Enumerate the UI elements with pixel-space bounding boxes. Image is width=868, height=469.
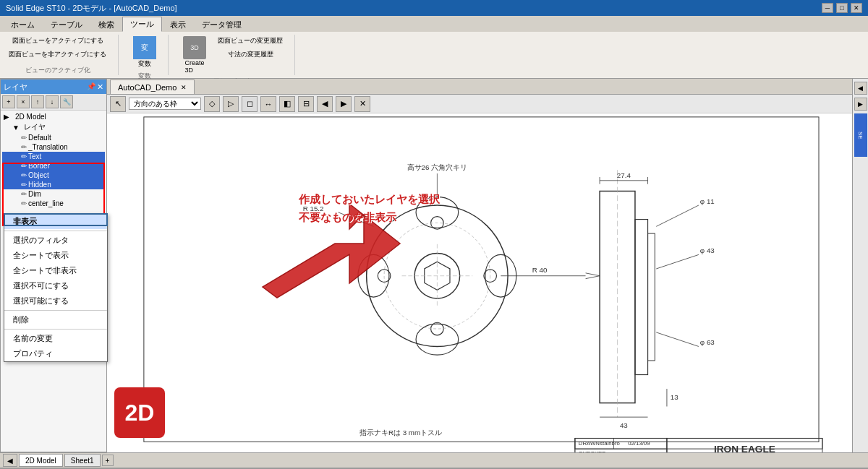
svg-text:φ 63: φ 63 — [700, 338, 715, 346]
bottom-area: ◀ 2D Model Sheet1 + i プロンプトバー 選択したレイヤの要素… — [0, 452, 868, 469]
canvas-area: AutoCAD_Demo ✕ ↖ 方向のある枠 ◇ ▷ ◻ ↔ ◧ ⊟ ◀ ▶ … — [107, 79, 852, 452]
tree-item-centerline[interactable]: ✏ center_line — [2, 199, 105, 208]
tree-item-text[interactable]: ✏ Text — [2, 152, 105, 161]
canvas-tab-autocad[interactable]: AutoCAD_Demo ✕ — [110, 79, 195, 94]
sheet-add-btn[interactable]: + — [102, 455, 114, 466]
view-history-btn[interactable]: 図面ビューの変更履歴 — [215, 35, 286, 47]
tree-item-translation[interactable]: ✏ _Translation — [2, 142, 105, 152]
layers-close-icon[interactable]: ✕ — [97, 82, 103, 92]
tool-btn-2[interactable]: ▷ — [223, 96, 239, 112]
canvas-tabs: AutoCAD_Demo ✕ — [107, 79, 852, 95]
cursor-tool-btn[interactable]: ↖ — [110, 96, 126, 112]
right-sidebar: ◀ ▶ SE — [852, 79, 868, 452]
tab-data-management[interactable]: データ管理 — [194, 17, 250, 32]
tool-btn-3[interactable]: ◻ — [242, 96, 258, 112]
svg-line-31 — [656, 332, 699, 347]
right-tool-2[interactable]: ▶ — [854, 98, 867, 111]
layer-up-btn[interactable]: ↑ — [31, 95, 44, 108]
layer-delete-btn[interactable]: × — [17, 95, 30, 108]
svg-text:R 40: R 40 — [532, 266, 548, 274]
layers-toolbar: + × ↑ ↓ 🔧 — [1, 94, 106, 111]
tool-btn-6[interactable]: ⊟ — [298, 96, 314, 112]
deactivate-view-btn[interactable]: 図面ビューを非アクティブにする — [6, 48, 109, 61]
svg-rect-0 — [144, 117, 819, 442]
canvas-toolbar: ↖ 方向のある枠 ◇ ▷ ◻ ↔ ◧ ⊟ ◀ ▶ ✕ — [107, 95, 852, 113]
svg-text:27.4: 27.4 — [617, 171, 631, 179]
layer-properties-btn[interactable]: 🔧 — [60, 95, 73, 108]
svg-point-8 — [416, 197, 459, 228]
layers-panel: レイヤ 📌 ✕ + × ↑ ↓ 🔧 ▶ 2D Model ▼ レイヤ — [0, 79, 107, 452]
layers-panel-title: レイヤ — [4, 82, 27, 92]
ribbon-group-view-activate: 図面ビューをアクティブにする 図面ビューを非アクティブにする ビューのアクティブ… — [6, 35, 119, 75]
direction-select[interactable]: 方向のある枠 — [129, 98, 201, 110]
svg-rect-16 — [635, 220, 648, 375]
menu-item-delete[interactable]: 削除 — [4, 312, 107, 327]
menu-item-make-selectable[interactable]: 選択可能にする — [4, 293, 107, 309]
layers-panel-header: レイヤ 📌 ✕ — [1, 79, 106, 94]
layer-down-btn[interactable]: ↓ — [46, 95, 59, 108]
menu-separator-3 — [4, 329, 107, 330]
ribbon-tabs: ホーム テーブル 検索 ツール 表示 データ管理 — [0, 16, 868, 32]
tool-btn-4[interactable]: ↔ — [260, 96, 276, 112]
svg-text:13: 13 — [671, 393, 678, 401]
sheet-left-btn[interactable]: ◀ — [3, 454, 17, 467]
menu-item-make-unselectable[interactable]: 選択不可にする — [4, 278, 107, 293]
svg-text:IRON EAGLE: IRON EAGLE — [714, 444, 775, 452]
ribbon-group-assistant: 3D Create3D 図面ビューの変更履歴 寸法の変更履歴 アシスタント — [180, 35, 295, 75]
bottom-tabs: ◀ 2D Model Sheet1 + — [0, 452, 868, 468]
tool-btn-1[interactable]: ◇ — [204, 96, 220, 112]
svg-line-25 — [586, 276, 600, 279]
layer-new-btn[interactable]: + — [2, 95, 15, 108]
tree-item-object[interactable]: ✏ Object — [2, 171, 105, 180]
svg-text:43: 43 — [620, 421, 628, 429]
tool-close-btn[interactable]: ✕ — [354, 96, 370, 112]
drawing-canvas[interactable]: 27.4 R 40 φ 11 φ 43 φ 63 — [107, 113, 852, 452]
create-3d-btn[interactable]: 3D Create3D — [180, 35, 209, 75]
svg-point-10 — [358, 254, 389, 297]
minimize-button[interactable]: ─ — [822, 3, 833, 13]
restore-button[interactable]: □ — [836, 3, 848, 13]
tool-btn-5[interactable]: ◧ — [279, 96, 295, 112]
tab-home[interactable]: ホーム — [3, 17, 43, 32]
title-bar-controls: ─ □ ✕ — [822, 3, 862, 13]
tool-prev-btn[interactable]: ◀ — [317, 96, 333, 112]
close-button[interactable]: ✕ — [851, 3, 862, 13]
svg-line-29 — [656, 254, 699, 269]
svg-text:DRAWN: DRAWN — [579, 440, 600, 447]
vars-btn[interactable]: 変 変数 — [130, 35, 159, 70]
tree-item-layer-root[interactable]: ▼ レイヤ — [2, 121, 105, 133]
tree-item-border[interactable]: ✏ Border — [2, 161, 105, 171]
tool-next-btn[interactable]: ▶ — [336, 96, 352, 112]
bottom-tab-2dmodel[interactable]: 2D Model — [19, 454, 63, 467]
svg-text:指示ナキRは 3 mmトスル: 指示ナキRは 3 mmトスル — [359, 429, 442, 436]
tab-close-icon[interactable]: ✕ — [181, 84, 187, 91]
right-panel-label: SE — [854, 113, 867, 157]
svg-line-24 — [586, 273, 600, 276]
svg-point-9 — [416, 324, 459, 355]
activate-view-btn[interactable]: 図面ビューをアクティブにする — [6, 35, 109, 47]
tree-item-hidden[interactable]: ✏ Hidden — [2, 180, 105, 189]
menu-item-hide-all[interactable]: 全シートで非表示 — [4, 263, 107, 278]
tree-item-2dmodel[interactable]: ▶ 2D Model — [2, 112, 105, 121]
right-tool-1[interactable]: ◀ — [854, 82, 867, 95]
menu-item-hide[interactable]: 非表示 — [4, 214, 107, 229]
svg-line-27 — [656, 205, 699, 226]
tab-view[interactable]: 表示 — [162, 17, 194, 32]
menu-item-filter[interactable]: 選択のフィルタ — [4, 233, 107, 248]
layers-pin-icon[interactable]: 📌 — [87, 82, 95, 92]
tab-search[interactable]: 検索 — [90, 17, 122, 32]
svg-text:stainbro: stainbro — [600, 440, 620, 447]
tree-item-default[interactable]: ✏ Default — [2, 133, 105, 142]
tab-table[interactable]: テーブル — [43, 17, 90, 32]
menu-item-show-all[interactable]: 全シートで表示 — [4, 248, 107, 263]
dim-history-btn[interactable]: 寸法の変更履歴 — [215, 48, 286, 61]
menu-item-properties[interactable]: プロパティ — [4, 346, 107, 361]
context-menu: 非表示 選択のフィルタ 全シートで表示 全シートで非表示 選択不可にする 選択可… — [4, 213, 108, 362]
bottom-tab-sheet1[interactable]: Sheet1 — [64, 454, 101, 467]
svg-line-33 — [339, 212, 374, 227]
menu-separator-1 — [4, 231, 107, 231]
svg-rect-17 — [648, 233, 655, 361]
menu-item-rename[interactable]: 名前の変更 — [4, 331, 107, 346]
tree-item-dim[interactable]: ✏ Dim — [2, 189, 105, 199]
tab-tools[interactable]: ツール — [122, 17, 162, 32]
